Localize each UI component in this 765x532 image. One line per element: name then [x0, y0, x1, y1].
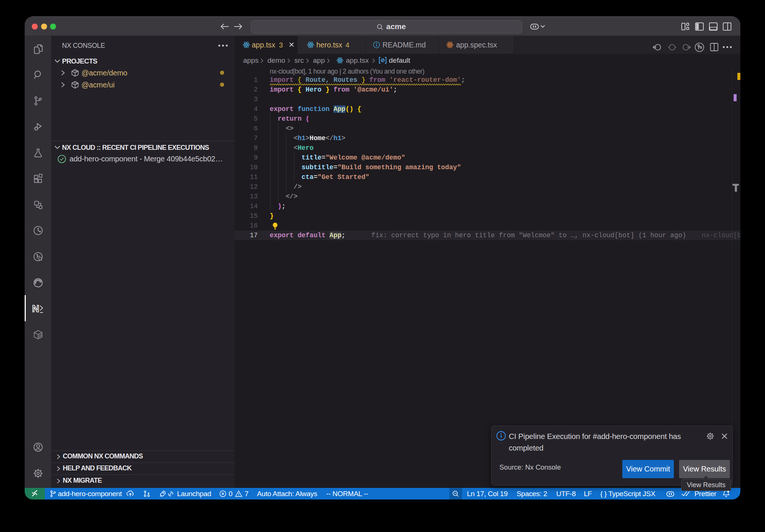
svg-text:N: N	[32, 303, 39, 314]
